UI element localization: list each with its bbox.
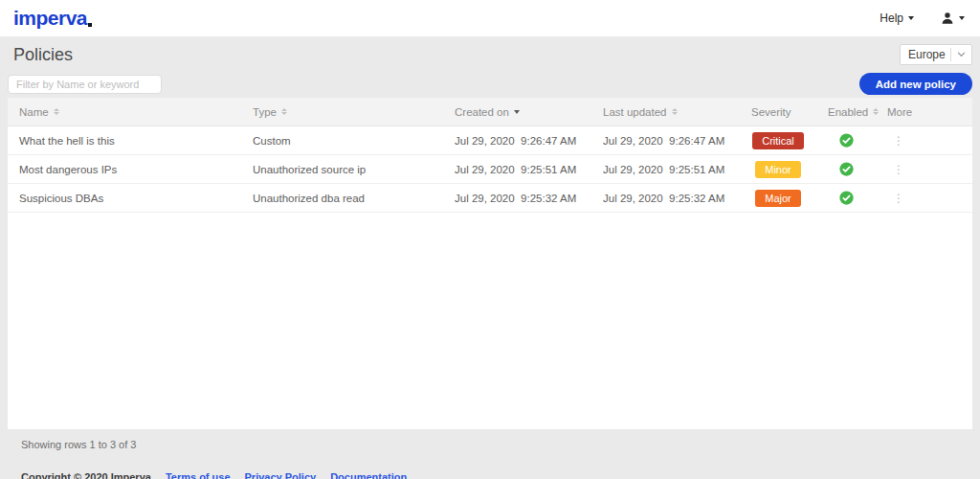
column-header-name[interactable]: Name <box>8 98 241 125</box>
last-updated-cell: Jul 29, 2020 9:26:47 AM <box>591 126 740 154</box>
chevron-down-icon <box>959 16 965 20</box>
enabled-check-icon <box>839 191 854 205</box>
more-menu-button[interactable]: ⋮ <box>893 194 904 203</box>
created-on-cell: Jul 29, 2020 9:25:32 AM <box>443 184 591 212</box>
logo-text: imperva <box>13 7 87 30</box>
table-body: What the hell is this Custom Jul 29, 202… <box>8 126 972 213</box>
rows-summary: Showing rows 1 to 3 of 3 <box>21 439 972 450</box>
top-nav: Help <box>880 11 965 25</box>
policy-type-cell: Unauthorized dba read <box>241 184 443 212</box>
policy-type-cell: Custom <box>241 126 443 154</box>
column-label: Last updated <box>603 106 667 118</box>
page-content: Policies Europe Add new policy NameTypeC… <box>0 43 980 479</box>
footer-link-terms-of-use[interactable]: Terms of use <box>166 471 231 479</box>
severity-badge: Critical <box>752 132 804 149</box>
severity-badge: Minor <box>755 161 801 178</box>
chevron-down-icon <box>908 16 914 20</box>
table-row[interactable]: Most dangerous IPs Unauthorized source i… <box>8 155 972 184</box>
policy-name-cell: Suspicious DBAs <box>8 184 241 212</box>
created-on-cell: Jul 29, 2020 9:26:47 AM <box>443 126 591 154</box>
add-new-policy-button[interactable]: Add new policy <box>859 73 972 95</box>
logo-square-dot <box>88 23 92 27</box>
chevron-down-icon <box>951 52 971 57</box>
table-row[interactable]: What the hell is this Custom Jul 29, 202… <box>8 126 972 155</box>
column-label: Created on <box>455 106 509 118</box>
more-menu-button[interactable]: ⋮ <box>893 165 904 174</box>
sort-icon <box>672 108 678 115</box>
filter-input[interactable] <box>8 75 162 94</box>
policy-name-cell: What the hell is this <box>8 126 241 154</box>
column-label: Type <box>253 106 277 118</box>
policy-type-cell: Unauthorized source ip <box>241 155 443 183</box>
page-title: Policies <box>13 45 73 65</box>
footer-link-privacy-policy[interactable]: Privacy Policy <box>245 471 317 479</box>
column-header-severity: Severity <box>740 98 816 125</box>
page-footer: Copyright © 2020 Imperva Terms of usePri… <box>21 471 972 479</box>
user-icon <box>941 11 954 25</box>
help-menu[interactable]: Help <box>880 11 914 25</box>
table-row[interactable]: Suspicious DBAs Unauthorized dba read Ju… <box>8 184 972 213</box>
column-header-type[interactable]: Type <box>241 98 443 125</box>
enabled-check-icon <box>839 162 854 176</box>
top-bar: imperva Help <box>0 0 980 36</box>
column-label: Name <box>19 106 49 118</box>
user-menu[interactable] <box>941 11 965 25</box>
enabled-check-icon <box>839 133 854 148</box>
footer-links: Terms of usePrivacy PolicyDocumentation <box>166 471 407 479</box>
region-select[interactable]: Europe <box>900 44 972 65</box>
region-selected-value: Europe <box>901 48 950 61</box>
column-label: More <box>887 106 912 118</box>
help-label: Help <box>880 11 903 25</box>
column-header-last-updated[interactable]: Last updated <box>591 98 740 125</box>
copyright-text: Copyright © 2020 Imperva <box>21 471 151 479</box>
column-header-created-on[interactable]: Created on <box>443 98 591 125</box>
sort-icon <box>281 108 287 115</box>
table-header-row: NameTypeCreated onLast updatedSeverityEn… <box>8 98 972 126</box>
column-label: Enabled <box>828 106 868 118</box>
last-updated-cell: Jul 29, 2020 9:25:51 AM <box>591 155 740 183</box>
more-menu-button[interactable]: ⋮ <box>893 136 904 146</box>
column-header-more: More <box>876 98 972 125</box>
imperva-logo[interactable]: imperva <box>13 7 92 30</box>
last-updated-cell: Jul 29, 2020 9:25:32 AM <box>591 184 740 212</box>
sort-desc-icon <box>514 110 520 114</box>
column-label: Severity <box>751 106 791 118</box>
footer-link-documentation[interactable]: Documentation <box>330 471 407 479</box>
column-header-enabled[interactable]: Enabled <box>816 98 876 125</box>
created-on-cell: Jul 29, 2020 9:25:51 AM <box>443 155 591 183</box>
sort-icon <box>54 108 59 115</box>
policy-name-cell: Most dangerous IPs <box>8 155 241 183</box>
severity-badge: Major <box>755 190 801 207</box>
policies-table: NameTypeCreated onLast updatedSeverityEn… <box>8 98 972 429</box>
